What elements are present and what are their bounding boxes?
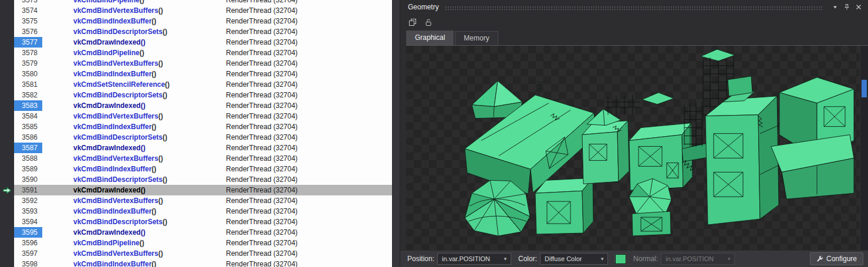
breakpoint-gutter[interactable] [0,185,14,195]
thread-name: RenderThread (32704) [226,217,392,227]
event-row[interactable]: 3577vkCmdDrawIndexed()RenderThread (3270… [0,37,392,48]
pin-icon[interactable] [842,2,852,12]
api-call-name: vkCmdBindVertexBuffers() [42,58,226,69]
api-call-name: vkCmdBindVertexBuffers() [42,111,226,121]
event-row[interactable]: 3588vkCmdBindVertexBuffers()RenderThread… [0,153,392,164]
api-call-name: vkCmdBindIndexBuffer() [42,16,226,26]
event-row[interactable]: 3594vkCmdBindDescriptorSets()RenderThrea… [0,217,392,227]
app-window: 3573vkCmdBindPipeline()RenderThread (327… [0,0,868,267]
close-icon[interactable] [853,2,863,12]
event-row[interactable]: 3587vkCmdDrawIndexed()RenderThread (3270… [0,143,392,153]
api-call-name: vkCmdSetStencilReference() [42,79,226,90]
event-row[interactable]: 3597vkCmdBindVertexBuffers()RenderThread… [0,248,392,259]
thread-name: RenderThread (32704) [226,16,392,26]
configure-button[interactable]: Configure [810,252,863,265]
event-row[interactable]: 3578vkCmdBindPipeline()RenderThread (327… [0,48,392,58]
breakpoint-gutter[interactable] [0,195,14,206]
chevron-down-icon[interactable] [830,2,840,12]
event-id: 3597 [14,248,42,259]
breakpoint-gutter[interactable] [0,174,14,185]
breakpoint-gutter[interactable] [0,227,14,238]
breakpoint-gutter[interactable] [0,259,14,267]
event-row[interactable]: 3575vkCmdBindIndexBuffer()RenderThread (… [0,16,392,26]
thread-name: RenderThread (32704) [226,174,392,185]
breakpoint-gutter[interactable] [0,248,14,259]
breakpoint-gutter[interactable] [0,206,14,217]
thread-name: RenderThread (32704) [226,121,392,132]
breakpoint-gutter[interactable] [0,16,14,26]
lock-icon[interactable] [423,16,434,28]
api-call-name: vkCmdBindIndexBuffer() [42,121,226,132]
breakpoint-gutter[interactable] [0,164,14,174]
thread-name: RenderThread (32704) [226,195,392,206]
normal-label: Normal: [633,255,658,263]
event-row[interactable]: 3581vkCmdSetStencilReference()RenderThre… [0,79,392,90]
breakpoint-gutter[interactable] [0,153,14,164]
event-row[interactable]: 3593vkCmdBindIndexBuffer()RenderThread (… [0,206,392,217]
event-row[interactable]: 3579vkCmdBindVertexBuffers()RenderThread… [0,58,392,69]
event-row[interactable]: 3590vkCmdBindDescriptorSets()RenderThrea… [0,174,392,185]
breakpoint-gutter[interactable] [0,79,14,90]
thread-name: RenderThread (32704) [226,259,392,267]
breakpoint-gutter[interactable] [0,69,14,79]
breakpoint-gutter[interactable] [0,111,14,121]
geometry-viewport[interactable] [406,46,860,250]
geometry-titlebar[interactable]: Geometry [400,0,868,14]
api-call-name: vkCmdDrawIndexed() [42,227,226,238]
event-id: 3593 [14,206,42,217]
breakpoint-gutter[interactable] [0,58,14,69]
breakpoint-gutter[interactable] [0,90,14,100]
event-browser: 3573vkCmdBindPipeline()RenderThread (327… [0,0,392,267]
scrollbar-thumb[interactable] [862,80,867,97]
tab-graphical[interactable]: Graphical [406,31,454,45]
breakpoint-gutter[interactable] [0,5,14,16]
breakpoint-gutter[interactable] [0,48,14,58]
geometry-footer: Position: in.var.POSITION ▼ Color: Diffu… [400,250,868,267]
event-row[interactable]: 3576vkCmdBindDescriptorSets()RenderThrea… [0,26,392,37]
breakpoint-gutter[interactable] [0,37,14,48]
api-call-name: vkCmdBindVertexBuffers() [42,153,226,164]
api-call-name: vkCmdBindDescriptorSets() [42,174,226,185]
event-id: 3583 [14,100,42,111]
copy-icon[interactable] [407,16,418,28]
event-row[interactable]: 3584vkCmdBindVertexBuffers()RenderThread… [0,111,392,121]
thread-name: RenderThread (32704) [226,185,392,195]
event-row[interactable]: 3585vkCmdBindIndexBuffer()RenderThread (… [0,121,392,132]
breakpoint-gutter[interactable] [0,0,14,5]
api-call-name: vkCmdDrawIndexed() [42,185,226,195]
breakpoint-gutter[interactable] [0,100,14,111]
event-row[interactable]: 3573vkCmdBindPipeline()RenderThread (327… [0,0,392,5]
thread-name: RenderThread (32704) [226,164,392,174]
tab-memory[interactable]: Memory [455,31,498,45]
normal-select[interactable]: in.var.POSITION ▼ [661,253,735,265]
position-select[interactable]: in.var.POSITION ▼ [437,253,511,265]
breakpoint-gutter[interactable] [0,238,14,248]
viewport-scrollbar[interactable] [860,46,868,250]
event-row[interactable]: 3589vkCmdBindIndexBuffer()RenderThread (… [0,164,392,174]
color-select[interactable]: Diffuse Color ▼ [540,253,608,265]
dock-grip[interactable] [445,6,822,11]
geometry-toolbar [400,14,868,30]
event-row[interactable]: 3582vkCmdBindDescriptorSets()RenderThrea… [0,90,392,100]
panel-splitter[interactable] [392,0,400,267]
chevron-down-icon: ▼ [600,256,604,262]
event-row[interactable]: 3591vkCmdDrawIndexed()RenderThread (3270… [0,185,392,195]
event-row[interactable]: 3596vkCmdBindPipeline()RenderThread (327… [0,238,392,248]
event-row[interactable]: 3586vkCmdBindDescriptorSets()RenderThrea… [0,132,392,143]
breakpoint-gutter[interactable] [0,143,14,153]
event-row[interactable]: 3574vkCmdBindVertexBuffers()RenderThread… [0,5,392,16]
event-id: 3589 [14,164,42,174]
event-id: 3598 [14,259,42,267]
color-swatch[interactable] [615,254,626,264]
event-id: 3581 [14,79,42,90]
breakpoint-gutter[interactable] [0,217,14,227]
breakpoint-gutter[interactable] [0,132,14,143]
breakpoint-gutter[interactable] [0,26,14,37]
event-row[interactable]: 3595vkCmdDrawIndexed()RenderThread (3270… [0,227,392,238]
event-row[interactable]: 3592vkCmdBindVertexBuffers()RenderThread… [0,195,392,206]
breakpoint-gutter[interactable] [0,121,14,132]
thread-name: RenderThread (32704) [226,69,392,79]
event-row[interactable]: 3583vkCmdDrawIndexed()RenderThread (3270… [0,100,392,111]
event-row[interactable]: 3580vkCmdBindIndexBuffer()RenderThread (… [0,69,392,79]
event-row[interactable]: 3598vkCmdBindIndexBuffer()RenderThread (… [0,259,392,267]
